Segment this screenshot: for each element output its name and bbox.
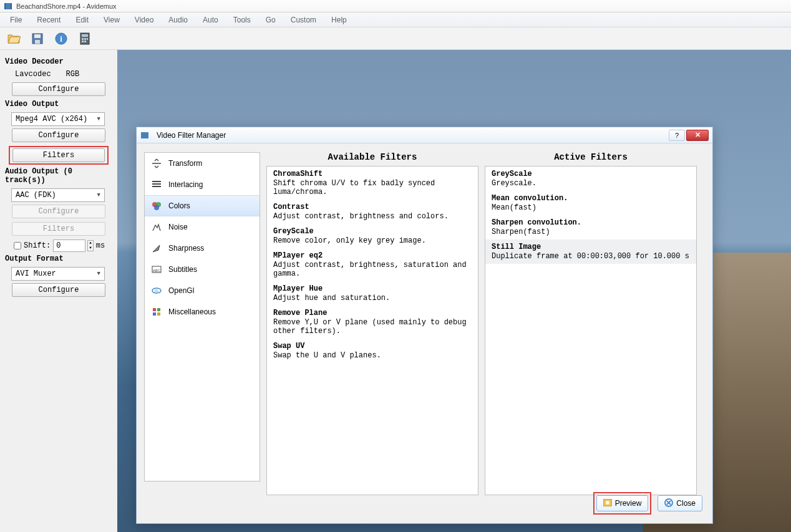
decoder-mode: RGB <box>66 70 80 79</box>
available-filter-item[interactable]: Swap UVSwap the U and V planes. <box>267 339 478 363</box>
available-filter-item[interactable]: Mplayer HueAdjust hue and saturation. <box>267 281 478 306</box>
dialog-title: Video Filter Manager <box>157 131 669 140</box>
available-filter-item[interactable]: Remove PlaneRemove Y,U or V plane (used … <box>267 306 478 339</box>
dialog-title-bar[interactable]: Video Filter Manager ? ✕ <box>137 127 712 143</box>
video-output-configure-button[interactable]: Configure <box>12 128 105 142</box>
category-label: Noise <box>168 223 188 231</box>
category-misc[interactable]: Miscellaneous <box>145 301 260 322</box>
filter-name: GreyScale <box>273 227 472 236</box>
category-label: Interlacing <box>168 180 203 189</box>
menu-view[interactable]: View <box>97 14 126 26</box>
menu-video[interactable]: Video <box>129 14 160 26</box>
filter-name: Remove Plane <box>273 309 472 317</box>
filter-name: Still Image <box>492 243 690 251</box>
menu-audio[interactable]: Audio <box>162 14 194 26</box>
calculator-icon[interactable] <box>77 31 92 46</box>
active-filter-item[interactable]: Still ImageDuplicate frame at 00:00:03,0… <box>485 239 696 264</box>
video-filters-button[interactable]: Filters <box>12 148 105 162</box>
category-opengl[interactable]: GLOpenGl <box>145 280 260 301</box>
category-sharpness[interactable]: Sharpness <box>145 238 260 259</box>
dialog-close-button[interactable]: ✕ <box>686 130 709 141</box>
category-colors[interactable]: Colors <box>145 195 260 216</box>
category-label: Subtitles <box>168 265 197 274</box>
save-icon[interactable] <box>30 31 45 46</box>
svg-rect-14 <box>84 41 86 42</box>
audio-output-value: AAC (FDK) <box>16 191 56 200</box>
menu-go[interactable]: Go <box>260 14 282 26</box>
spinner-arrows[interactable]: ▲▼ <box>87 240 94 251</box>
svg-rect-1 <box>4 3 6 9</box>
close-button[interactable]: Close <box>658 495 702 511</box>
category-subtitles[interactable]: ABCSubtitles <box>145 259 260 280</box>
preview-button-label: Preview <box>615 499 642 508</box>
filter-description: Greyscale. <box>492 179 690 188</box>
filter-name: ChromaShift <box>273 170 472 178</box>
filters-highlight: Filters <box>9 146 109 165</box>
available-filter-item[interactable]: MPlayer eq2Adjust contrast, brightness, … <box>267 248 478 281</box>
filter-name: GreyScale <box>492 170 690 178</box>
decoder-configure-button[interactable]: Configure <box>12 82 105 96</box>
menu-custom[interactable]: Custom <box>284 14 323 26</box>
audio-output-select[interactable]: AAC (FDK) ▼ <box>11 188 105 202</box>
audio-configure-button: Configure <box>12 205 105 218</box>
opengl-icon: GL <box>151 285 162 296</box>
active-filter-item[interactable]: Mean convolution.Mean(fast) <box>485 191 696 215</box>
svg-point-31 <box>606 501 609 505</box>
category-transform[interactable]: Transform <box>145 153 260 174</box>
svg-rect-12 <box>87 38 88 40</box>
dialog-help-button[interactable]: ? <box>669 130 685 141</box>
menu-edit[interactable]: Edit <box>69 14 95 26</box>
svg-rect-5 <box>35 40 40 44</box>
menu-auto[interactable]: Auto <box>197 14 225 26</box>
filter-description: Mean(fast) <box>492 203 690 212</box>
menu-bar: File Recent Edit View Video Audio Auto T… <box>0 12 791 27</box>
menu-recent[interactable]: Recent <box>31 14 67 26</box>
category-interlacing[interactable]: Interlacing <box>145 174 260 195</box>
shift-label: Shift: <box>24 241 51 250</box>
chevron-down-icon: ▼ <box>97 271 100 277</box>
menu-tools[interactable]: Tools <box>227 14 257 26</box>
close-button-label: Close <box>676 499 696 508</box>
menu-file[interactable]: File <box>4 14 28 26</box>
filter-description: Remove color, only key grey image. <box>273 236 472 245</box>
available-filter-item[interactable]: GreyScaleRemove color, only key grey ima… <box>267 224 478 248</box>
active-filter-item[interactable]: Sharpen convolution.Sharpen(fast) <box>485 215 696 239</box>
available-filter-item[interactable]: ChromaShiftShift chroma U/V to fix badly… <box>267 167 478 200</box>
shift-unit: ms <box>96 241 105 250</box>
info-icon[interactable]: i <box>54 31 69 46</box>
svg-text:GL: GL <box>155 289 159 293</box>
output-format-select[interactable]: AVI Muxer ▼ <box>11 267 105 281</box>
svg-rect-9 <box>82 34 88 37</box>
transform-icon <box>151 158 162 169</box>
category-label: Colors <box>168 201 190 210</box>
svg-rect-16 <box>152 181 161 182</box>
available-filter-item[interactable]: ContrastAdjust contrast, brightness and … <box>267 200 478 224</box>
chevron-down-icon: ▼ <box>97 192 100 198</box>
filter-description: Sharpen(fast) <box>492 228 690 236</box>
colors-icon <box>151 200 162 211</box>
filter-description: Remove Y,U or V plane (used mainly to de… <box>273 318 472 336</box>
shift-input[interactable]: 0 <box>53 239 85 252</box>
filter-description: Adjust contrast, brightness, saturation … <box>273 261 472 278</box>
svg-rect-18 <box>152 186 161 187</box>
output-format-configure-button[interactable]: Configure <box>12 283 105 297</box>
category-noise[interactable]: Noise <box>145 216 260 238</box>
decoder-codec: Lavcodec <box>15 70 51 79</box>
preview-button[interactable]: Preview <box>596 495 649 511</box>
category-label: Sharpness <box>168 244 204 253</box>
active-filter-item[interactable]: GreyScaleGreyscale. <box>485 167 696 191</box>
svg-rect-15 <box>141 132 148 138</box>
menu-help[interactable]: Help <box>325 14 353 26</box>
preview-highlight: Preview <box>593 492 652 515</box>
sidebar: Video Decoder Lavcodec RGB Configure Vid… <box>0 50 117 532</box>
active-filters-header: Active Filters <box>485 152 697 163</box>
video-output-select[interactable]: Mpeg4 AVC (x264) ▼ <box>11 112 105 126</box>
filter-name: Contrast <box>273 203 472 211</box>
open-icon[interactable] <box>6 31 21 46</box>
audio-output-label: Audio Output (0 track(s)) <box>5 167 112 185</box>
svg-rect-29 <box>157 312 160 316</box>
video-output-label: Video Output <box>5 100 112 109</box>
filter-name: Mean convolution. <box>492 194 690 203</box>
shift-checkbox[interactable] <box>14 242 21 249</box>
svg-rect-17 <box>152 183 161 185</box>
